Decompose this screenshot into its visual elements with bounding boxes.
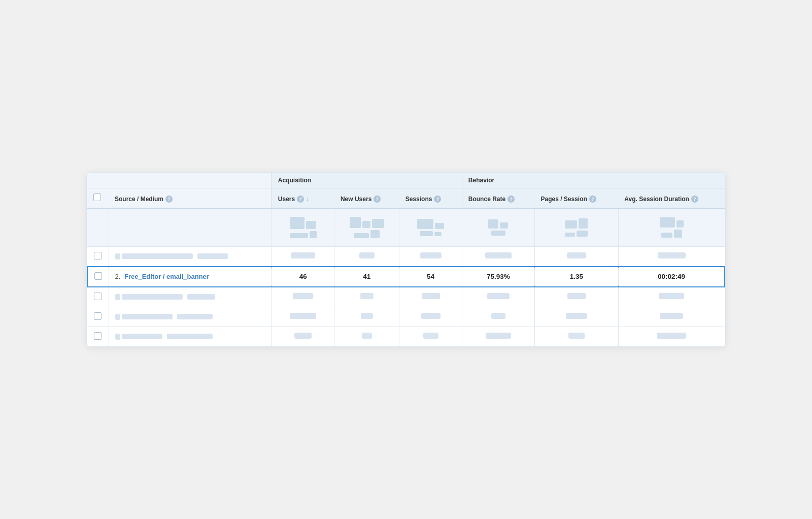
source-medium-help-icon[interactable]: ? xyxy=(165,196,173,203)
group-header-row: Acquisition Behavior xyxy=(87,173,725,188)
blurred-5-sessions xyxy=(399,327,462,346)
sessions-header[interactable]: Sessions ? xyxy=(399,188,462,208)
select-all-checkbox-header[interactable] xyxy=(87,188,109,208)
avg-session-header[interactable]: Avg. Session Duration ? xyxy=(618,188,725,208)
bounce-rate-label: Bounce Rate xyxy=(468,196,505,203)
aggregate-sessions-cell xyxy=(399,208,462,247)
aggregate-pages-cell xyxy=(534,208,618,247)
highlighted-checkbox-cell[interactable] xyxy=(87,267,109,287)
blurred-5-checkbox[interactable] xyxy=(87,327,109,346)
avg-session-value: 00:02:49 xyxy=(658,273,685,280)
highlighted-avg-cell: 00:02:49 xyxy=(618,267,725,287)
blurred-1-source xyxy=(109,246,272,267)
blurred-row-3 xyxy=(87,287,725,307)
blurred-1-bounce xyxy=(462,246,534,267)
header-checkbox[interactable] xyxy=(93,193,101,201)
blurred-3-users xyxy=(272,287,334,307)
blurred-row-4 xyxy=(87,307,725,327)
row-checkbox[interactable] xyxy=(94,252,101,260)
blurred-4-source xyxy=(109,307,272,327)
blurred-1-checkbox[interactable] xyxy=(87,246,109,267)
new-users-label: New Users xyxy=(341,196,371,203)
aggregate-new-users-cell xyxy=(334,208,399,247)
blurred-5-users xyxy=(272,327,334,346)
highlighted-new-users-cell: 41 xyxy=(334,267,399,287)
sessions-label: Sessions xyxy=(405,196,432,203)
aggregate-avg-cell xyxy=(618,208,725,247)
row-checkbox[interactable] xyxy=(94,332,101,340)
pages-session-value: 1.35 xyxy=(570,273,583,280)
empty-group-header xyxy=(87,173,272,188)
blurred-3-avg xyxy=(618,287,725,307)
bounce-rate-help-icon[interactable]: ? xyxy=(507,196,515,203)
row-checkbox[interactable] xyxy=(94,293,101,300)
row-checkbox[interactable] xyxy=(94,312,101,320)
users-label: Users xyxy=(278,196,295,203)
blurred-5-avg xyxy=(618,327,725,346)
pages-session-header[interactable]: Pages / Session ? xyxy=(534,188,618,208)
blurred-5-new-users xyxy=(334,327,399,346)
blurred-3-sessions xyxy=(399,287,462,307)
users-header[interactable]: Users ? ↓ xyxy=(272,188,334,208)
blurred-1-new-users xyxy=(334,246,399,267)
aggregate-row xyxy=(87,208,725,247)
avg-session-label: Avg. Session Duration xyxy=(624,196,689,203)
new-users-header[interactable]: New Users ? xyxy=(334,188,399,208)
blurred-3-checkbox[interactable] xyxy=(87,287,109,307)
blurred-4-avg xyxy=(618,307,725,327)
blurred-1-users xyxy=(272,246,334,267)
avg-session-help-icon[interactable]: ? xyxy=(691,196,698,203)
analytics-table-container: Acquisition Behavior Source / Medium ? U… xyxy=(86,172,726,347)
highlighted-users-cell: 46 xyxy=(272,267,334,287)
new-users-value: 41 xyxy=(363,273,370,280)
users-sort-arrow[interactable]: ↓ xyxy=(306,196,309,202)
bounce-rate-header[interactable]: Bounce Rate ? xyxy=(462,188,534,208)
source-medium-label: Source / Medium xyxy=(115,196,163,203)
aggregate-checkbox-cell xyxy=(87,208,109,247)
aggregate-users-cell xyxy=(272,208,334,247)
highlighted-sessions-cell: 54 xyxy=(399,267,462,287)
blurred-5-source xyxy=(109,327,272,346)
highlighted-row: 2. Free_Editor / email_banner 46 41 54 7… xyxy=(87,267,725,287)
users-value: 46 xyxy=(299,273,307,280)
blurred-3-new-users xyxy=(334,287,399,307)
blurred-1-avg xyxy=(618,246,725,267)
highlighted-pages-cell: 1.35 xyxy=(534,267,618,287)
behavior-group-header: Behavior xyxy=(462,173,725,188)
aggregate-source-cell xyxy=(109,208,272,247)
blurred-row-1 xyxy=(87,246,725,267)
blurred-4-sessions xyxy=(399,307,462,327)
blurred-4-pages xyxy=(534,307,618,327)
blurred-1-sessions xyxy=(399,246,462,267)
source-medium-value[interactable]: Free_Editor / email_banner xyxy=(124,273,209,280)
bounce-rate-value: 75.93% xyxy=(487,273,510,280)
blurred-5-bounce xyxy=(462,327,534,346)
col-header-row: Source / Medium ? Users ? ↓ New Users ? xyxy=(87,188,725,208)
blurred-5-pages xyxy=(534,327,618,346)
aggregate-bounce-cell xyxy=(462,208,534,247)
highlighted-source-cell: 2. Free_Editor / email_banner xyxy=(109,267,272,287)
sessions-help-icon[interactable]: ? xyxy=(434,196,441,203)
blurred-4-checkbox[interactable] xyxy=(87,307,109,327)
acquisition-group-header: Acquisition xyxy=(272,173,462,188)
analytics-table: Acquisition Behavior Source / Medium ? U… xyxy=(87,173,725,347)
pages-session-help-icon[interactable]: ? xyxy=(589,196,596,203)
blurred-4-new-users xyxy=(334,307,399,327)
blurred-3-source xyxy=(109,287,272,307)
blurred-4-bounce xyxy=(462,307,534,327)
sessions-value: 54 xyxy=(427,273,434,280)
source-medium-header: Source / Medium ? xyxy=(109,188,272,208)
highlighted-bounce-cell: 75.93% xyxy=(462,267,534,287)
blurred-row-5 xyxy=(87,327,725,346)
row-rank: 2. xyxy=(115,273,121,280)
blurred-3-pages xyxy=(534,287,618,307)
blurred-1-pages xyxy=(534,246,618,267)
blurred-4-users xyxy=(272,307,334,327)
pages-session-label: Pages / Session xyxy=(540,196,587,203)
new-users-help-icon[interactable]: ? xyxy=(374,196,381,203)
blurred-3-bounce xyxy=(462,287,534,307)
users-help-icon[interactable]: ? xyxy=(297,196,304,203)
highlighted-row-checkbox[interactable] xyxy=(94,272,102,280)
